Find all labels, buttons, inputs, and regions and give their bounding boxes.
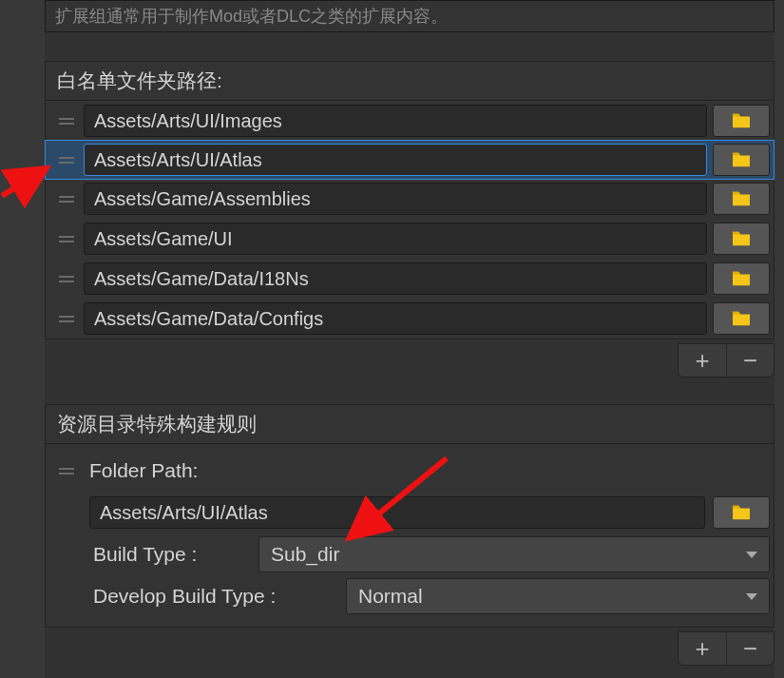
folder-icon	[731, 310, 752, 327]
whitelist-row[interactable]	[46, 259, 774, 299]
whitelist-add-button[interactable]: +	[679, 344, 726, 377]
folder-path-input[interactable]	[89, 496, 705, 529]
folder-picker-button[interactable]	[713, 144, 770, 176]
folder-icon	[731, 190, 752, 207]
dev-build-type-label: Develop Build Type :	[89, 585, 276, 607]
build-rules-header: 资源目录特殊构建规则	[46, 405, 774, 444]
whitelist-section: 白名单文件夹路径:	[45, 61, 774, 339]
dev-build-type-value: Normal	[358, 585, 423, 608]
folder-picker-button[interactable]	[713, 302, 770, 335]
drag-handle-icon[interactable]	[55, 196, 78, 203]
folder-icon	[731, 112, 752, 129]
folder-icon	[731, 504, 752, 521]
drag-handle-icon[interactable]	[55, 236, 78, 242]
whitelist-row[interactable]	[46, 299, 774, 339]
whitelist-row[interactable]	[46, 179, 774, 219]
info-text: 扩展组通常用于制作Mod或者DLC之类的扩展内容。	[55, 7, 448, 26]
folder-icon	[731, 270, 752, 287]
whitelist-path-input[interactable]	[84, 144, 707, 176]
drag-handle-icon[interactable]	[55, 118, 78, 125]
build-type-label: Build Type :	[89, 543, 197, 565]
folder-picker-button[interactable]	[713, 496, 770, 529]
chevron-down-icon	[746, 593, 757, 600]
rules-add-button[interactable]: +	[679, 632, 726, 665]
folder-icon	[731, 230, 752, 247]
whitelist-path-input[interactable]	[84, 105, 707, 137]
folder-picker-button[interactable]	[713, 262, 770, 295]
info-banner: 扩展组通常用于制作Mod或者DLC之类的扩展内容。	[45, 0, 774, 32]
folder-icon	[731, 151, 752, 168]
dev-build-type-dropdown[interactable]: Normal	[346, 578, 770, 614]
whitelist-path-input[interactable]	[84, 302, 707, 335]
whitelist-row[interactable]	[46, 219, 774, 259]
folder-picker-button[interactable]	[713, 183, 770, 215]
drag-handle-icon[interactable]	[55, 468, 78, 475]
folder-picker-button[interactable]	[713, 105, 770, 137]
drag-handle-icon[interactable]	[55, 276, 78, 282]
build-rules-toolbar: + −	[45, 631, 774, 666]
drag-handle-icon[interactable]	[55, 157, 78, 164]
whitelist-row[interactable]	[45, 140, 774, 180]
build-type-value: Sub_dir	[271, 543, 339, 566]
whitelist-row[interactable]	[46, 101, 774, 141]
whitelist-remove-button[interactable]: −	[726, 344, 774, 377]
build-rules-section: 资源目录特殊构建规则 Folder Path: Build Type :	[45, 404, 774, 628]
whitelist-toolbar: + −	[45, 343, 774, 378]
whitelist-header: 白名单文件夹路径:	[46, 62, 774, 101]
svg-line-0	[2, 171, 42, 196]
whitelist-path-input[interactable]	[84, 183, 707, 215]
build-type-dropdown[interactable]: Sub_dir	[258, 536, 770, 572]
rules-remove-button[interactable]: −	[726, 632, 774, 665]
folder-picker-button[interactable]	[713, 223, 770, 255]
whitelist-path-input[interactable]	[84, 262, 707, 295]
chevron-down-icon	[746, 552, 757, 558]
whitelist-path-input[interactable]	[84, 223, 707, 255]
drag-handle-icon[interactable]	[55, 316, 78, 322]
folder-path-label: Folder Path:	[86, 459, 198, 482]
